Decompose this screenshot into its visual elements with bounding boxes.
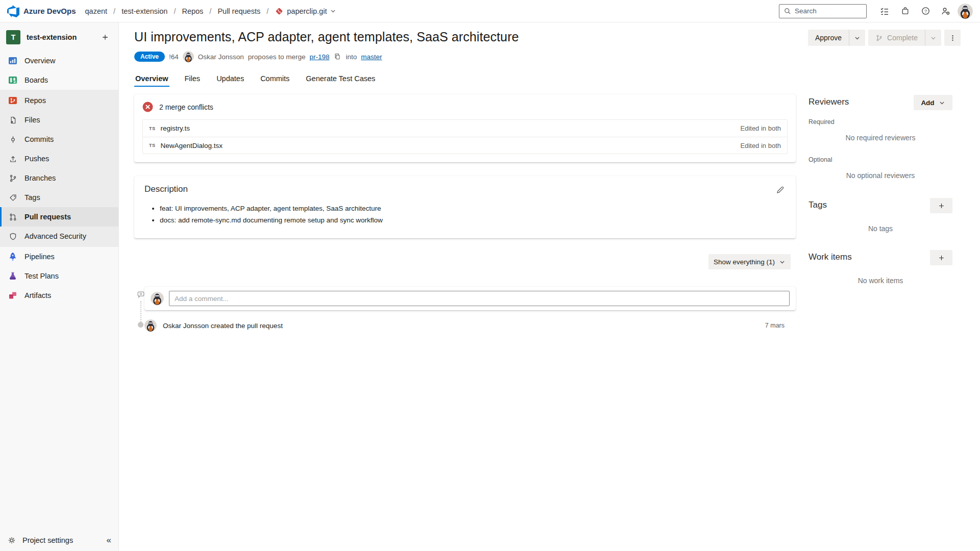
approve-dropdown-button[interactable] — [849, 30, 865, 46]
tab-updates[interactable]: Updates — [215, 71, 245, 87]
sidebar-item-test-plans[interactable]: Test Plans — [0, 266, 118, 286]
error-icon — [142, 102, 153, 112]
project-header: T test-extension — [0, 26, 118, 49]
new-project-button[interactable] — [98, 30, 112, 44]
conflict-file-list: TS registry.ts Edited in both TS NewAgen… — [142, 119, 788, 154]
sidebar-nav: Overview Boards Repos Files Commits Push… — [0, 51, 118, 305]
branch-icon — [7, 174, 18, 183]
sidebar-item-repos[interactable]: Repos — [0, 91, 118, 110]
top-bar-actions — [779, 3, 973, 20]
user-avatar[interactable] — [958, 4, 973, 19]
sidebar-item-files[interactable]: Files — [0, 110, 118, 130]
breadcrumb-project[interactable]: test-extension — [118, 5, 170, 17]
pr-id: !64 — [169, 53, 179, 61]
sidebar: T test-extension Overview Boards Repos F… — [0, 22, 119, 551]
sidebar-item-advanced-security[interactable]: Advanced Security — [0, 227, 118, 246]
help-button[interactable] — [917, 3, 934, 20]
merge-conflicts-card: 2 merge conflicts TS registry.ts Edited … — [134, 94, 796, 162]
no-required-reviewers-text: No required reviewers — [808, 134, 952, 142]
sidebar-item-label: Pushes — [24, 155, 49, 163]
shopping-bag-icon — [900, 6, 910, 16]
complete-dropdown-button[interactable] — [925, 30, 941, 46]
sidebar-item-tags[interactable]: Tags — [0, 188, 118, 207]
add-reviewer-label: Add — [921, 99, 934, 107]
breadcrumb-org[interactable]: qazent — [82, 5, 111, 17]
user-settings-button[interactable] — [937, 3, 954, 20]
comment-input[interactable] — [169, 291, 790, 306]
breadcrumb-pull-requests[interactable]: Pull requests — [214, 5, 263, 17]
breadcrumb-repos[interactable]: Repos — [179, 5, 206, 17]
pr-title: UI improvements, ACP adapter, agent temp… — [134, 30, 519, 44]
checklist-icon — [879, 6, 890, 16]
sidebar-item-commits[interactable]: Commits — [0, 130, 118, 149]
sidebar-item-artifacts[interactable]: Artifacts — [0, 286, 118, 305]
tab-commits[interactable]: Commits — [259, 71, 290, 87]
sidebar-item-label: Branches — [24, 174, 56, 182]
edit-description-button[interactable] — [772, 182, 788, 197]
no-tags-text: No tags — [808, 224, 952, 233]
file-type-icon: TS — [149, 143, 156, 148]
azure-devops-home[interactable]: Azure DevOps — [7, 5, 76, 17]
repos-icon — [7, 95, 18, 106]
project-avatar[interactable]: T — [6, 30, 20, 44]
project-settings[interactable]: Project settings — [0, 530, 118, 551]
search-input[interactable] — [795, 7, 862, 15]
add-reviewer-button[interactable]: Add — [914, 95, 952, 110]
merge-icon — [875, 34, 883, 42]
event-date[interactable]: 7 mars — [765, 322, 785, 329]
add-work-item-button[interactable] — [930, 250, 952, 265]
tab-files[interactable]: Files — [184, 71, 202, 87]
pr-header: UI improvements, ACP adapter, agent temp… — [119, 22, 980, 90]
sidebar-item-pull-requests[interactable]: Pull requests — [0, 207, 118, 227]
merge-conflicts-header: 2 merge conflicts — [142, 102, 788, 112]
azure-devops-logo-icon — [7, 5, 19, 17]
complete-label: Complete — [887, 34, 918, 42]
repo-picker[interactable]: paperclip.git — [272, 5, 339, 18]
artifacts-icon — [7, 290, 18, 300]
status-badge: Active — [134, 52, 165, 62]
chevron-down-icon — [330, 8, 336, 14]
collapse-sidebar-icon[interactable] — [107, 535, 111, 545]
my-work-button[interactable] — [876, 3, 893, 20]
reviewers-heading: Reviewers — [808, 97, 849, 107]
merge-conflicts-summary: 2 merge conflicts — [159, 103, 213, 111]
complete-button[interactable]: Complete — [868, 30, 925, 46]
description-card: Description feat: UI improvements, ACP a… — [134, 176, 796, 238]
copy-branch-icon[interactable] — [333, 53, 341, 61]
sidebar-item-label: Files — [24, 116, 40, 124]
sidebar-item-branches[interactable]: Branches — [0, 168, 118, 188]
plus-icon — [938, 202, 945, 210]
sidebar-item-pushes[interactable]: Pushes — [0, 149, 118, 168]
activity-filter-button[interactable]: Show everything (1) — [708, 254, 791, 269]
plus-icon — [938, 254, 945, 262]
conflict-file-name: NewAgentDialog.tsx — [161, 142, 223, 149]
plus-icon — [101, 33, 109, 41]
sidebar-item-pipelines[interactable]: Pipelines — [0, 247, 118, 266]
conflict-file-row[interactable]: TS registry.ts Edited in both — [143, 120, 787, 137]
file-icon — [7, 116, 18, 124]
target-branch-link[interactable]: master — [361, 53, 382, 61]
push-icon — [7, 155, 18, 163]
commit-icon — [7, 135, 18, 144]
approve-split-button: Approve — [808, 30, 865, 46]
required-reviewers-label: Required — [808, 118, 835, 126]
tab-overview[interactable]: Overview — [134, 71, 169, 87]
tab-generate-test-cases[interactable]: Generate Test Cases — [305, 71, 376, 87]
sidebar-item-label: Pull requests — [24, 213, 71, 221]
sidebar-item-boards[interactable]: Boards — [0, 70, 118, 90]
add-tag-button[interactable] — [930, 198, 952, 213]
sidebar-item-overview[interactable]: Overview — [0, 51, 118, 70]
more-options-button[interactable] — [944, 30, 961, 46]
conflict-file-row[interactable]: TS NewAgentDialog.tsx Edited in both — [143, 137, 787, 154]
timeline-line — [140, 301, 141, 323]
sidebar-item-label: Tags — [24, 193, 40, 202]
pr-meta: Active !64 Oskar Jonsson proposes to mer… — [134, 51, 382, 62]
approve-button[interactable]: Approve — [808, 30, 849, 46]
marketplace-button[interactable] — [896, 3, 914, 20]
pr-tabs: Overview Files Updates Commits Generate … — [134, 71, 376, 87]
chevron-down-icon — [779, 259, 786, 265]
overview-icon — [7, 56, 18, 66]
source-branch-link[interactable]: pr-198 — [309, 53, 329, 61]
project-name[interactable]: test-extension — [27, 33, 92, 41]
repos-group: Repos Files Commits Pushes Branches Tags — [0, 90, 118, 247]
